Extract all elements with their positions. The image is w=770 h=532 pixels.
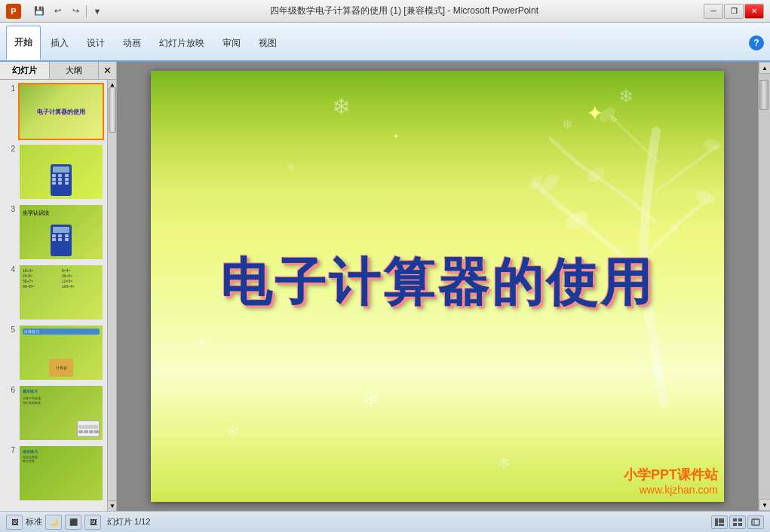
list-item[interactable]: 3 生字认识法 [3,203,104,261]
slide-sorter-button[interactable] [729,515,746,529]
list-item[interactable]: 2 [3,143,104,200]
svg-rect-14 [752,519,759,525]
app-icon: P [6,4,21,19]
snowflake-icon: ❄ [618,86,633,107]
slide-thumbnail-6[interactable]: 题目练习 计算下列各题 用计算器验算 [18,384,104,442]
svg-rect-8 [719,518,724,523]
ribbon-help: ? [749,26,764,60]
tab-animation[interactable]: 动画 [115,26,149,60]
tab-review[interactable]: 审阅 [214,26,249,60]
minimize-button[interactable]: ─ [704,4,723,19]
slide-number: 1 [3,83,15,93]
snowflake-icon: ❄ [649,360,664,381]
slide-number: 5 [3,324,15,334]
svg-rect-10 [733,518,737,521]
thumb-title-1: 电子计算器的使用 [37,108,85,116]
canvas-scrollbar-track[interactable] [759,74,770,499]
restore-button[interactable]: ❐ [724,4,744,19]
svg-rect-7 [715,518,718,526]
watermark-line1: 小学PPT课件站 [624,466,718,484]
slide-thumbnail-7[interactable]: 综合练习 综合运算题验证答案 [18,445,104,502]
tab-slideshow[interactable]: 幻灯片放映 [151,26,213,60]
slide-canvas[interactable]: ❄ ❄ ❄ ❄ ❄ ❄ ❄ ❄ ❄ ❄ ✦ ✧ ✦ 电子计算器的使用 [151,71,724,502]
undo-button[interactable]: ↩ [50,5,65,18]
snowflake-icon: ❄ [196,335,207,351]
tab-view[interactable]: 视图 [250,26,285,60]
slide-thumbnail-2[interactable] [18,143,104,200]
snowflake-icon: ❄ [498,454,511,472]
canvas-scrollbar[interactable]: ▲ ▼ [758,62,770,511]
list-item[interactable]: 5 计算练习 计算器 [3,324,104,381]
sparkle-icon: ✦ [586,101,603,126]
svg-rect-11 [738,518,742,521]
window-controls: ─ ❐ ✕ [704,4,764,19]
snowflake-icon: ❄ [226,422,240,442]
scrollbar-thumb[interactable] [109,87,116,133]
sparkle-icon: ✦ [392,131,400,142]
svg-rect-13 [738,523,742,526]
close-panel-button[interactable]: ✕ [99,62,116,79]
tab-slides[interactable]: 幻灯片 [0,62,50,79]
main-area: 幻灯片 大纲 ✕ 1 电子计算器的使用 [0,62,770,511]
snowflake-icon: ❄ [287,161,296,173]
tab-home[interactable]: 开始 [6,26,41,60]
status-icon-4[interactable]: 🖼 [84,515,101,530]
tab-insert[interactable]: 插入 [42,26,77,60]
slide-thumbnail-3[interactable]: 生字认识法 [18,203,104,261]
tab-outline[interactable]: 大纲 [50,62,100,79]
slide-info: 幻灯片 1/12 [107,516,150,527]
svg-point-3 [703,137,723,152]
canvas-scroll-up-button[interactable]: ▲ [759,62,770,74]
tab-design[interactable]: 设计 [78,26,113,60]
list-item[interactable]: 7 综合练习 综合运算题验证答案 [3,445,104,502]
slide-number: 2 [3,143,15,153]
slide-list: 1 电子计算器的使用 2 [0,80,107,511]
save-button[interactable]: 💾 [32,5,47,18]
slide-number: 7 [3,445,15,454]
ribbon: 开始 插入 设计 动画 幻灯片放映 审阅 视图 ? [0,23,770,62]
svg-rect-12 [733,523,737,526]
slide-number: 4 [3,264,15,274]
status-icon-1[interactable]: 🖼 [6,515,23,530]
list-item[interactable]: 4 18+3=24-9=56+7=89-45= 8×4=36÷6=12×5=10… [3,264,104,321]
slide-number: 6 [3,384,15,394]
snowflake-icon: ❄ [562,116,573,133]
snowflake-icon: ❄ [669,222,679,236]
slide-panel: 幻灯片 大纲 ✕ 1 电子计算器的使用 [0,62,117,511]
sparkle-icon: ✧ [609,112,618,127]
watermark-line2: www.kjzhan.com [624,484,718,496]
list-item[interactable]: 1 电子计算器的使用 [3,83,104,140]
status-icons: 🖼 标准 🌙 ⬛ 🖼 [6,515,101,530]
slide-outer: ❄ ❄ ❄ ❄ ❄ ❄ ❄ ❄ ❄ ❄ ✦ ✧ ✦ 电子计算器的使用 [117,62,770,511]
slide-thumbnail-4[interactable]: 18+3=24-9=56+7=89-45= 8×4=36÷6=12×5=100÷… [18,264,104,321]
window-title: 四年级数学电子计算器的使用 (1) [兼容模式] - Microsoft Pow… [105,5,704,17]
view-buttons [711,515,764,529]
canvas-scroll-down-button[interactable]: ▼ [759,499,770,511]
status-bar: 🖼 标准 🌙 ⬛ 🖼 幻灯片 1/12 [0,511,770,532]
scroll-down-button[interactable]: ▼ [108,500,116,511]
watermark: 小学PPT课件站 www.kjzhan.com [624,466,718,496]
redo-button[interactable]: ↪ [68,5,83,18]
slide-panel-tabs: 幻灯片 大纲 ✕ [0,62,116,80]
reading-view-button[interactable] [747,515,764,529]
slide-thumbnail-5[interactable]: 计算练习 计算器 [18,324,104,381]
help-button[interactable]: ? [749,35,764,50]
canvas-area[interactable]: ❄ ❄ ❄ ❄ ❄ ❄ ❄ ❄ ❄ ❄ ✦ ✧ ✦ 电子计算器的使用 [117,62,758,511]
qat-separator [86,5,87,17]
status-icon-2[interactable]: 🌙 [45,515,62,530]
customize-qat-button[interactable]: ▼ [90,5,105,18]
slide-title: 电子计算器的使用 [220,249,655,317]
title-bar: P 💾 ↩ ↪ ▼ 四年级数学电子计算器的使用 (1) [兼容模式] - Mic… [0,0,770,23]
snowflake-icon: ❄ [362,387,379,411]
tree-decoration-icon [513,71,724,410]
status-theme: 标准 [26,516,42,527]
normal-view-button[interactable] [711,515,728,529]
list-item[interactable]: 6 题目练习 计算下列各题 用计算器验算 [3,384,104,442]
slide-panel-scrollbar[interactable]: ▲ ▼ [107,80,116,511]
slide-number: 3 [3,203,15,213]
svg-rect-9 [719,524,724,526]
status-icon-3[interactable]: ⬛ [65,515,81,530]
canvas-scrollbar-thumb[interactable] [759,80,768,110]
close-button[interactable]: ✕ [744,4,764,19]
slide-thumbnail-1[interactable]: 电子计算器的使用 [18,83,104,140]
